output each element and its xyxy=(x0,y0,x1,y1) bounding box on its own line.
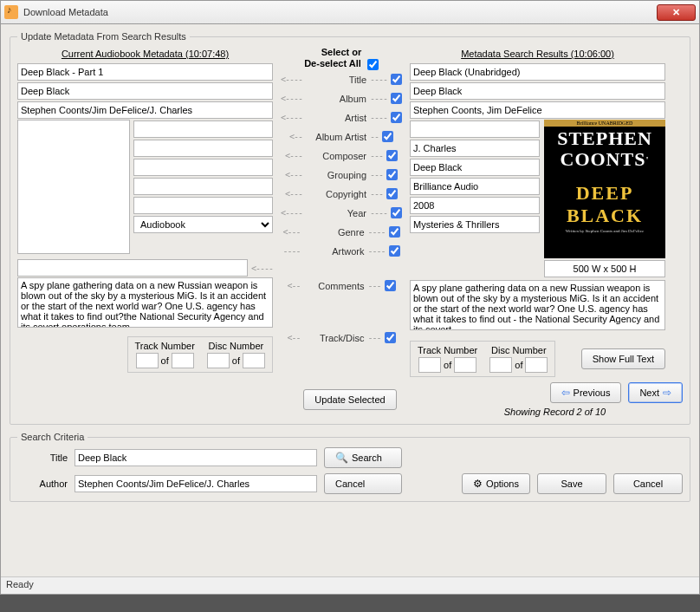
result-album-input[interactable] xyxy=(410,82,665,100)
result-genre-input[interactable] xyxy=(410,216,540,233)
label-composer: Composer xyxy=(306,151,366,161)
cb-year[interactable] xyxy=(391,207,402,218)
result-album-artist-input[interactable] xyxy=(410,120,540,138)
gear-icon: ⚙ xyxy=(473,478,483,490)
current-album-input[interactable] xyxy=(17,82,273,100)
result-track-a[interactable] xyxy=(418,357,441,373)
save-button[interactable]: Save xyxy=(537,473,606,494)
current-composer-input[interactable] xyxy=(133,140,273,157)
search-results-column: Metadata Search Results (10:06:00) Brill… xyxy=(410,47,665,377)
label-of-2: of xyxy=(232,355,240,366)
search-cancel-button[interactable]: Cancel xyxy=(324,473,402,494)
current-copyright-input[interactable] xyxy=(133,178,273,195)
label-disc-number-r: Disc Number xyxy=(491,345,547,355)
label-artist: Artist xyxy=(306,113,366,123)
options-button[interactable]: ⚙Options xyxy=(462,473,530,494)
cb-composer[interactable] xyxy=(386,150,398,161)
label-artwork: Artwork xyxy=(304,246,365,257)
next-button[interactable]: Next⇨ xyxy=(628,382,683,403)
current-track-disc-group: Track Number of Disc Number of xyxy=(127,336,273,373)
result-track-disc-group: Track Number of Disc Number of xyxy=(410,341,555,377)
search-title-input[interactable] xyxy=(75,449,317,466)
current-year-input[interactable] xyxy=(133,197,273,214)
search-criteria-group: Search Criteria Title 🔍Search Author Can… xyxy=(10,432,690,502)
cb-grouping[interactable] xyxy=(386,169,398,180)
close-button[interactable]: ✕ xyxy=(657,4,696,21)
cb-artist[interactable] xyxy=(391,112,402,123)
results-header: Metadata Search Results (10:06:00) xyxy=(410,47,665,62)
result-copyright-input[interactable] xyxy=(410,178,540,195)
result-artwork-dim: 500 W x 500 H xyxy=(544,260,665,277)
result-disc-b[interactable] xyxy=(525,357,548,373)
current-track-b[interactable] xyxy=(172,353,194,368)
cb-title[interactable] xyxy=(391,74,402,85)
label-of-3: of xyxy=(444,360,451,370)
label-trackdisc: Track/Disc xyxy=(304,333,365,343)
search-button[interactable]: 🔍Search xyxy=(324,447,402,468)
update-metadata-group: Update Metadata From Search Results Curr… xyxy=(10,31,690,425)
result-title-input[interactable] xyxy=(410,63,665,81)
select-column: Select orDe-select All <----Title---- <-… xyxy=(276,47,406,348)
current-track-a[interactable] xyxy=(136,353,159,368)
left-arrow-icon-2: ⇦ xyxy=(561,387,570,399)
result-composer-input[interactable] xyxy=(410,140,540,157)
current-disc-b[interactable] xyxy=(243,353,265,368)
result-year-input[interactable] xyxy=(410,197,540,214)
cancel-button[interactable]: Cancel xyxy=(613,473,683,494)
cb-genre[interactable] xyxy=(389,226,400,238)
result-cover-art: Brilliance UNABRIDGED STEPHEN COONTS' DE… xyxy=(544,120,665,258)
window-title: Download Metadata xyxy=(23,7,657,17)
result-artist-input[interactable] xyxy=(410,101,665,119)
update-metadata-legend: Update Metadata From Search Results xyxy=(17,31,190,42)
cb-copyright[interactable] xyxy=(386,188,398,199)
status-bar: Ready xyxy=(1,576,699,594)
current-title-input[interactable] xyxy=(17,63,273,81)
label-copyright: Copyright xyxy=(306,189,366,199)
label-grouping: Grouping xyxy=(306,170,366,180)
cb-comments[interactable] xyxy=(385,280,396,291)
label-title: Title xyxy=(306,75,366,85)
cb-album-artist[interactable] xyxy=(382,131,393,142)
result-grouping-input[interactable] xyxy=(410,159,540,176)
label-comments: Comments xyxy=(304,281,365,291)
label-album-artist: Album Artist xyxy=(306,132,366,142)
update-selected-button[interactable]: Update Selected xyxy=(303,389,396,410)
current-artwork-input[interactable] xyxy=(17,259,248,277)
search-icon: 🔍 xyxy=(335,452,348,464)
current-artwork-box xyxy=(17,120,130,254)
result-comments[interactable]: A spy plane gathering data on a new Russ… xyxy=(410,280,665,330)
current-artist-input[interactable] xyxy=(17,101,273,119)
show-full-text-button[interactable]: Show Full Text xyxy=(581,348,665,369)
record-info: Showing Record 2 of 10 xyxy=(427,407,683,417)
select-all-checkbox[interactable] xyxy=(367,59,379,70)
titlebar: Download Metadata ✕ xyxy=(0,0,700,24)
current-album-artist-input[interactable] xyxy=(133,120,273,138)
label-of-4: of xyxy=(515,360,522,370)
current-genre-select[interactable]: Audiobook xyxy=(133,216,273,233)
select-header: Select orDe-select All xyxy=(304,47,379,70)
label-disc-number: Disc Number xyxy=(209,341,264,351)
cb-artwork[interactable] xyxy=(389,245,400,257)
search-author-label: Author xyxy=(17,479,68,489)
right-arrow-icon: ⇨ xyxy=(663,387,671,399)
current-comments[interactable]: A spy plane gathering data on a new Russ… xyxy=(17,277,273,328)
current-metadata-column: Current Audiobook Metadata (10:07:48) xyxy=(17,47,273,373)
label-genre: Genre xyxy=(304,227,365,238)
cb-album[interactable] xyxy=(391,93,402,104)
result-disc-a[interactable] xyxy=(489,357,512,373)
previous-button[interactable]: ⇦Previous xyxy=(550,382,622,403)
label-album: Album xyxy=(306,94,366,104)
search-criteria-legend: Search Criteria xyxy=(17,432,88,442)
search-author-input[interactable] xyxy=(75,475,317,492)
app-icon xyxy=(4,5,18,19)
search-title-label: Title xyxy=(17,452,68,463)
label-year: Year xyxy=(306,208,366,218)
result-track-b[interactable] xyxy=(454,357,476,373)
current-disc-a[interactable] xyxy=(207,353,230,368)
label-track-number-r: Track Number xyxy=(418,345,477,355)
cb-trackdisc[interactable] xyxy=(385,332,396,343)
left-arrow-icon: <---- xyxy=(251,264,273,273)
label-track-number: Track Number xyxy=(135,341,195,351)
current-grouping-input[interactable] xyxy=(133,159,273,176)
label-of: of xyxy=(161,355,169,366)
